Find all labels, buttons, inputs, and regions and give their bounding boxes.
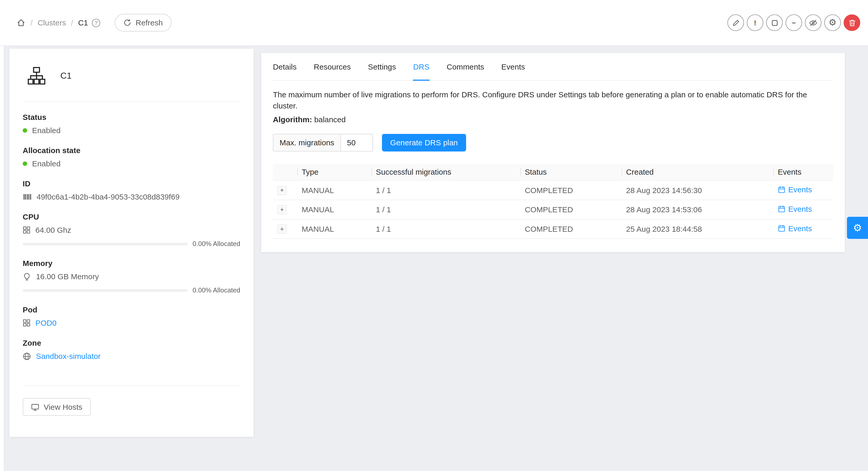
page-title: C1 <box>60 71 72 81</box>
progress-bar <box>23 289 188 292</box>
delete-cluster-button[interactable] <box>844 14 860 31</box>
settings-drawer-toggle[interactable]: ⚙ <box>847 217 868 239</box>
max-migrations-input[interactable] <box>341 134 372 151</box>
calendar-icon <box>778 186 786 194</box>
header-actions: ! − ⚙ <box>727 14 860 31</box>
table-row: + MANUAL 1 / 1 COMPLETED 25 Aug 2023 18:… <box>273 219 833 239</box>
field-pod: Pod POD0 <box>23 305 240 327</box>
column-successful-migrations: Successful migrations <box>372 164 520 180</box>
field-allocation-state: Allocation state Enabled <box>23 146 240 168</box>
home-icon[interactable] <box>17 18 26 27</box>
app-root: / Clusters / C1 ? Refresh ! <box>0 0 868 471</box>
column-type: Type <box>297 164 372 180</box>
cell-created: 25 Aug 2023 18:44:58 <box>622 219 773 239</box>
cluster-info-card: C1 Status Enabled Allocation state Enabl… <box>9 49 254 437</box>
field-zone: Zone Sandbox-simulator <box>23 338 240 361</box>
tab-events[interactable]: Events <box>501 53 525 81</box>
column-created: Created <box>622 164 773 180</box>
allocation-value: Enabled <box>32 159 61 168</box>
field-label: Memory <box>23 259 240 268</box>
reload-icon <box>123 19 131 27</box>
status-dot <box>23 161 27 166</box>
gear-icon: ⚙ <box>829 18 837 27</box>
status-value: Enabled <box>32 126 61 135</box>
row-events-link[interactable]: Events <box>778 185 812 194</box>
disable-oobm-button[interactable] <box>805 14 822 31</box>
id-value: 49f0c6a1-4b2b-4ba4-9053-33c08d839f69 <box>37 192 180 201</box>
bulb-icon <box>23 272 31 280</box>
expand-row-button[interactable]: + <box>277 225 286 234</box>
drs-plans-table: Type Successful migrations Status Create… <box>273 164 833 239</box>
column-status: Status <box>520 164 622 180</box>
top-header: / Clusters / C1 ? Refresh ! <box>0 0 868 46</box>
drs-description: The maximum number of live migrations to… <box>273 89 833 111</box>
generate-drs-plan-button[interactable]: Generate DRS plan <box>382 134 466 152</box>
appstore-icon <box>23 319 30 327</box>
pencil-icon <box>732 19 740 27</box>
table-header-row: Type Successful migrations Status Create… <box>273 164 833 180</box>
refresh-button[interactable]: Refresh <box>115 14 172 31</box>
cell-type: MANUAL <box>297 219 372 239</box>
tab-settings[interactable]: Settings <box>368 53 396 81</box>
cell-migrations: 1 / 1 <box>372 200 520 219</box>
edit-button[interactable] <box>727 14 744 31</box>
stop-icon <box>771 20 777 26</box>
tab-drs[interactable]: DRS <box>413 53 430 81</box>
divider <box>23 385 240 386</box>
collapsed-sidebar <box>0 0 4 471</box>
field-cpu: CPU 64.00 Ghz 0.00% Allocated <box>23 212 240 247</box>
field-label: CPU <box>23 212 240 221</box>
field-label: Status <box>23 113 240 122</box>
progress-bar <box>23 242 188 245</box>
refresh-label: Refresh <box>135 18 163 27</box>
max-migrations-group: Max. migrations <box>273 134 373 152</box>
question-circle-icon[interactable]: ? <box>92 19 100 27</box>
expand-row-button[interactable]: + <box>277 205 286 214</box>
cpu-progress: 0.00% Allocated <box>23 240 240 248</box>
expand-row-button[interactable]: + <box>277 186 286 195</box>
cpu-value: 64.00 Ghz <box>35 226 71 234</box>
field-label: ID <box>23 179 240 188</box>
tab-details[interactable]: Details <box>273 53 297 81</box>
tab-comments[interactable]: Comments <box>446 53 484 81</box>
drs-controls: Max. migrations Generate DRS plan <box>273 134 833 152</box>
cluster-icon <box>27 66 46 85</box>
column-expand <box>273 164 297 180</box>
memory-value: 16.00 GB Memory <box>36 272 99 281</box>
cell-status: COMPLETED <box>520 200 622 219</box>
desktop-icon <box>31 403 39 411</box>
global-icon <box>23 352 31 360</box>
trash-icon <box>848 19 856 27</box>
disable-cluster-button[interactable]: ! <box>747 14 763 31</box>
breadcrumb-clusters-link[interactable]: Clusters <box>38 18 66 27</box>
breadcrumb-separator: / <box>30 18 32 27</box>
cell-created: 28 Aug 2023 14:56:30 <box>622 180 773 200</box>
breadcrumb-current-item: C1 <box>78 18 88 27</box>
row-events-link[interactable]: Events <box>778 204 812 213</box>
gear-icon: ⚙ <box>853 222 862 234</box>
unmanage-cluster-button[interactable] <box>766 14 783 31</box>
exclamation-circle-icon: ! <box>754 19 756 27</box>
status-dot <box>23 128 27 133</box>
tab-bar: Details Resources Settings DRS Comments … <box>273 53 833 81</box>
divider <box>23 101 240 102</box>
minus-circle-icon: − <box>792 19 796 27</box>
pod-link[interactable]: POD0 <box>35 318 56 327</box>
configure-ha-button[interactable]: ⚙ <box>824 14 841 31</box>
view-hosts-label: View Hosts <box>44 403 82 411</box>
max-migrations-addon-label: Max. migrations <box>274 134 341 151</box>
minus-circle-button[interactable]: − <box>785 14 802 31</box>
memory-allocated-label: 0.00% Allocated <box>192 287 240 294</box>
cluster-title-row: C1 <box>27 66 240 85</box>
calendar-icon <box>778 225 786 232</box>
zone-link[interactable]: Sandbox-simulator <box>36 351 100 361</box>
appstore-icon <box>23 226 30 234</box>
cell-created: 28 Aug 2023 14:53:06 <box>622 200 773 219</box>
field-label: Allocation state <box>23 146 240 155</box>
view-hosts-button[interactable]: View Hosts <box>23 398 91 416</box>
tab-resources[interactable]: Resources <box>314 53 351 81</box>
table-row: + MANUAL 1 / 1 COMPLETED 28 Aug 2023 14:… <box>273 180 833 200</box>
field-id: ID 49f0c6a1-4b2b-4ba4-9053-33c08d839f69 <box>23 179 240 201</box>
barcode-icon <box>23 192 31 201</box>
row-events-link[interactable]: Events <box>778 224 812 233</box>
